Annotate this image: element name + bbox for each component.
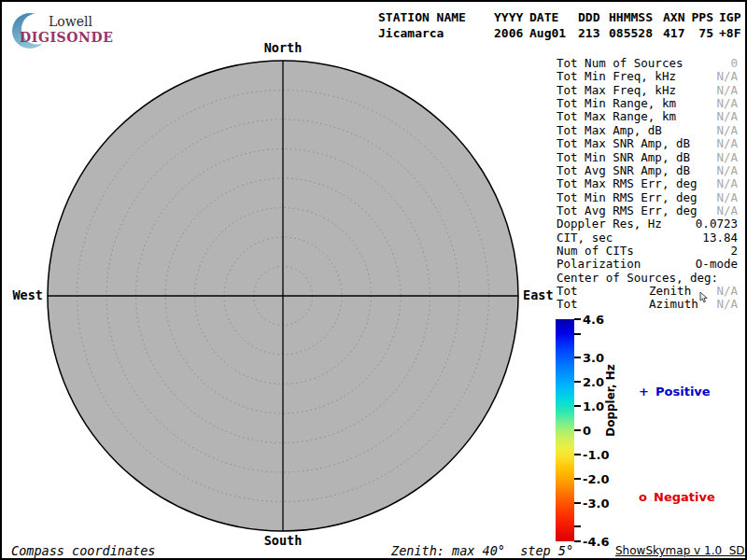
header-value-7: +8F	[719, 25, 747, 41]
header-label-2: DATE	[529, 9, 572, 25]
header-col-hhmmss: HHMMSS085528	[609, 9, 657, 41]
header-value-1: 2006	[494, 25, 524, 41]
stats-value: N/A	[716, 84, 738, 97]
stats-value: N/A	[716, 164, 738, 177]
stats-label: Tot Min SNR Amp, dB	[557, 150, 690, 164]
stats-label: Doppler Res, Hz	[557, 217, 662, 231]
header-col-date: DATEAug01	[529, 9, 572, 41]
stats-label: Tot	[557, 284, 578, 298]
stats-value: N/A	[716, 191, 738, 204]
stats-label: Tot Max RMS Err, deg	[557, 176, 698, 190]
stats-value: N/A	[716, 298, 738, 311]
stats-mid-label: Zenith	[649, 285, 691, 298]
stats-label: Tot Min Freq, kHz	[557, 69, 676, 83]
colorbar-tick	[574, 318, 581, 320]
stats-value: N/A	[716, 70, 738, 83]
header-label-5: AXN	[663, 9, 684, 25]
colorbar-tick-label: 4.6	[583, 313, 604, 327]
legend-negative-label: Negative	[654, 490, 715, 504]
header-col-pps: PPS75	[690, 9, 713, 41]
stats-row-0: Tot Num of Sources0	[557, 57, 738, 70]
stats-value: O-mode	[696, 258, 738, 271]
colorbar-tick	[574, 478, 581, 480]
legend-positive-label: Positive	[655, 385, 711, 399]
header-value-0: Jicamarca	[378, 25, 488, 41]
stats-mid-label: Azimuth	[649, 298, 698, 311]
stats-value: N/A	[716, 177, 738, 190]
header-label-7: IGP	[719, 9, 747, 25]
compass-label-north: North	[236, 40, 330, 55]
stats-label: Tot Num of Sources	[557, 56, 683, 70]
stats-label: Tot Max Amp, dB	[557, 123, 662, 137]
doppler-colorbar	[556, 319, 574, 541]
header-label-1: YYYY	[494, 9, 524, 25]
header-value-3: 213	[578, 25, 603, 41]
colorbar-tick-label: 2.0	[583, 375, 604, 389]
station-header-table: STATION NAMEJicamarcaYYYY2006DATEAug01DD…	[378, 9, 747, 41]
colorbar-axis-title: Doppler, Hz	[604, 364, 617, 437]
colorbar-tick-label: -2.0	[583, 471, 609, 485]
colorbar-tick-label: -1.0	[583, 447, 609, 461]
colorbar-minor-tick	[574, 525, 581, 527]
stats-label: Tot Min Range, km	[557, 96, 676, 110]
stats-label: CIT, sec	[557, 231, 613, 245]
stats-row-7: Tot Min SNR Amp, dBN/A	[557, 151, 738, 164]
stats-label: Tot Max Freq, kHz	[557, 83, 676, 97]
stats-row-17: TotZenithN/A	[557, 285, 738, 298]
showskymap-page: Lowell DIGISONDE STATION NAMEJicamarcaYY…	[0, 0, 747, 560]
stats-row-11: Tot Avg RMS Err, degN/A	[557, 204, 738, 217]
stats-row-15: PolarizationO-mode	[557, 258, 738, 271]
colorbar-tick-label: 1.0	[583, 399, 604, 413]
stats-row-8: Tot Avg SNR Amp, dBN/A	[557, 164, 738, 177]
lowell-digisonde-logo: Lowell DIGISONDE	[11, 7, 128, 50]
stats-label: Center of Sources, deg:	[557, 271, 718, 285]
stats-label: Tot	[557, 297, 578, 311]
logo-lowell-text: Lowell	[49, 14, 92, 29]
stats-value: 2	[730, 245, 738, 258]
stats-row-4: Tot Max Range, kmN/A	[557, 110, 738, 123]
stats-row-3: Tot Min Range, kmN/A	[557, 97, 738, 110]
colorbar-tick	[574, 502, 581, 504]
stats-row-14: Num of CITs2	[557, 245, 738, 258]
statistics-panel: Tot Num of Sources0Tot Min Freq, kHzN/AT…	[557, 57, 738, 312]
stats-value: N/A	[716, 124, 738, 137]
negative-marker-icon: o	[639, 490, 647, 504]
stats-row-18: TotAzimuthN/A	[557, 298, 738, 311]
legend-negative: oNegative	[622, 476, 715, 518]
colorbar-tick	[574, 381, 581, 383]
positive-marker-icon: +	[639, 385, 649, 399]
colorbar-tick-label: -3.0	[583, 496, 609, 510]
colorbar-tick	[574, 429, 581, 431]
compass-label-south: South	[236, 533, 330, 548]
header-col-igp: IGP+8F	[719, 9, 747, 41]
header-col-axn: AXN417	[663, 9, 684, 41]
colorbar-minor-tick	[574, 333, 581, 335]
stats-label: Polarization	[557, 257, 641, 271]
colorbar-tick	[574, 540, 581, 542]
colorbar-tick-label: -4.6	[583, 535, 609, 549]
stats-label: Num of CITs	[557, 244, 634, 258]
colorbar-tick-label: 3.0	[583, 351, 604, 365]
stats-value: N/A	[716, 204, 738, 217]
logo-digisonde-text: DIGISONDE	[20, 30, 114, 45]
stats-label: Tot Max Range, km	[557, 109, 676, 123]
stats-value: 13.84	[702, 231, 738, 245]
header-col-ddd: DDD213	[578, 9, 603, 41]
colorbar-tick	[574, 405, 581, 407]
colorbar-tick	[574, 454, 581, 455]
coordinates-mode-label: Compass coordinates	[11, 543, 155, 558]
stats-label: Tot Avg SNR Amp, dB	[557, 163, 690, 177]
stats-value: N/A	[716, 285, 738, 298]
stats-row-2: Tot Max Freq, kHzN/A	[557, 84, 738, 97]
skymap-polar-plot	[45, 58, 521, 534]
zenith-scale-label: Zenith: max 40° step 5°	[391, 543, 573, 558]
stats-value: N/A	[716, 137, 738, 150]
header-label-0: STATION NAME	[378, 9, 488, 25]
stats-value: N/A	[716, 151, 738, 164]
stats-row-16: Center of Sources, deg:	[557, 272, 738, 285]
header-label-6: PPS	[690, 9, 713, 25]
stats-row-9: Tot Max RMS Err, degN/A	[557, 177, 738, 190]
header-value-6: 75	[690, 25, 713, 41]
header-label-3: DDD	[578, 9, 603, 25]
stats-label: Tot Min RMS Err, deg	[557, 190, 698, 204]
